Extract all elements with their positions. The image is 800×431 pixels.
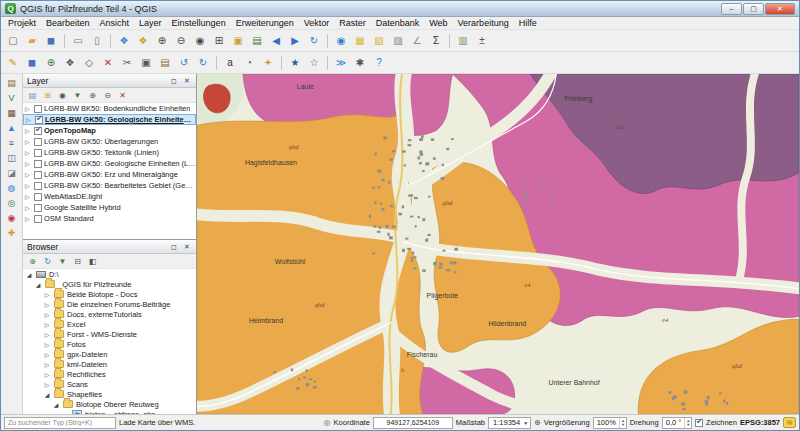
layer-item[interactable]: ▷WebAtlasDE.light: [23, 191, 196, 202]
layer-labeling-icon[interactable]: a: [221, 54, 239, 72]
messages-icon[interactable]: ✉: [783, 417, 796, 428]
select-by-expression-icon[interactable]: ▧: [370, 32, 388, 50]
expand-arrow-icon[interactable]: ◢: [43, 391, 51, 398]
filter-browser-icon[interactable]: ▼: [56, 255, 69, 268]
open-attribute-table-icon[interactable]: ▥: [454, 32, 472, 50]
expand-arrow-icon[interactable]: ▷: [43, 351, 51, 358]
new-print-layout-icon[interactable]: ▭: [69, 32, 87, 50]
minimize-button[interactable]: –: [721, 3, 742, 15]
map-canvas[interactable]: LauleFrimbergHagisfeldhausenWolfsbühlHei…: [197, 74, 799, 414]
layer-visibility-checkbox[interactable]: [35, 116, 43, 124]
zoom-last-icon[interactable]: ◀: [267, 32, 285, 50]
layer-visibility-checkbox[interactable]: [34, 127, 42, 135]
menu-bearbeiten[interactable]: Bearbeiten: [41, 18, 95, 28]
panel-close-icon[interactable]: ✕: [182, 243, 192, 251]
browser-item[interactable]: ▷Excel: [23, 319, 196, 329]
expand-arrow-icon[interactable]: ▷: [43, 381, 51, 388]
browser-item[interactable]: ◢_QGIS für Pilzfreunde: [23, 279, 196, 289]
expand-arrow-icon[interactable]: ▷: [25, 160, 32, 167]
zoom-full-icon[interactable]: ⊞: [210, 32, 228, 50]
chevron-down-icon[interactable]: ▼: [523, 420, 528, 426]
layout-manager-icon[interactable]: ▯: [88, 32, 106, 50]
move-feature-icon[interactable]: ❖: [61, 54, 79, 72]
add-postgis-layer-icon[interactable]: ◫: [4, 151, 20, 165]
zoom-in-icon[interactable]: ⊕: [153, 32, 171, 50]
expand-arrow-icon[interactable]: ▷: [43, 341, 51, 348]
layer-diagram-icon[interactable]: ◔: [240, 54, 258, 72]
layer-visibility-checkbox[interactable]: [34, 182, 42, 190]
project-save-icon[interactable]: ◼: [42, 32, 60, 50]
expand-arrow-icon[interactable]: ▷: [25, 127, 32, 134]
expand-arrow-icon[interactable]: ▷: [43, 291, 51, 298]
menu-erweiterungen[interactable]: Erweiterungen: [231, 18, 299, 28]
menu-raster[interactable]: Raster: [334, 18, 371, 28]
expand-arrow-icon[interactable]: ▷: [25, 138, 32, 145]
browser-item[interactable]: ◢Shapefiles: [23, 389, 196, 399]
statistical-summary-icon[interactable]: Σ: [427, 32, 445, 50]
paste-features-icon[interactable]: ▤: [156, 54, 174, 72]
rotation-spinbox[interactable]: 0,0 ° ▲▼: [662, 417, 692, 429]
show-bookmarks-icon[interactable]: ☆: [305, 54, 323, 72]
map-tips-icon[interactable]: ✦: [259, 54, 277, 72]
layer-visibility-checkbox[interactable]: [34, 105, 42, 113]
browser-item[interactable]: ▷Rechtliches: [23, 369, 196, 379]
delete-selected-icon[interactable]: ✕: [99, 54, 117, 72]
browser-item[interactable]: ▷Beide Biotope - Docs: [23, 289, 196, 299]
menu-projekt[interactable]: Projekt: [3, 18, 41, 28]
expand-arrow-icon[interactable]: ▷: [43, 371, 51, 378]
enable-properties-widget-icon[interactable]: ◧: [86, 255, 99, 268]
data-source-manager-icon[interactable]: ▤: [4, 76, 20, 90]
scale-combobox[interactable]: 1:19354 ▼: [488, 417, 531, 429]
add-wfs-layer-icon[interactable]: ◎: [4, 196, 20, 210]
undo-icon[interactable]: ↺: [175, 54, 193, 72]
expand-arrow-icon[interactable]: ▷: [26, 116, 33, 123]
save-layer-edits-icon[interactable]: ◼: [23, 54, 41, 72]
maximize-button[interactable]: ▢: [743, 3, 764, 15]
menu-hilfe[interactable]: Hilfe: [514, 18, 542, 28]
menu-ansicht[interactable]: Ansicht: [95, 18, 135, 28]
map-refresh-icon[interactable]: ↻: [305, 32, 323, 50]
panel-close-icon[interactable]: ✕: [182, 77, 192, 85]
panel-float-icon[interactable]: ◻: [169, 243, 179, 251]
add-vector-layer-icon[interactable]: V: [4, 91, 20, 105]
add-feature-icon[interactable]: ⊕: [42, 54, 60, 72]
panel-float-icon[interactable]: ◻: [169, 77, 179, 85]
browser-item[interactable]: ▷Forst - WMS-Dienste: [23, 329, 196, 339]
menu-einstellungen[interactable]: Einstellungen: [167, 18, 231, 28]
title-bar[interactable]: Q QGIS für Pilzfreunde Teil 4 - QGIS – ▢…: [1, 1, 799, 17]
measure-line-icon[interactable]: ∠: [408, 32, 426, 50]
locator-search-input[interactable]: [4, 417, 116, 429]
filter-legend-icon[interactable]: ▼: [71, 89, 84, 102]
coordinate-input[interactable]: [373, 417, 453, 429]
browser-item[interactable]: ▷kml-Dateien: [23, 359, 196, 369]
expand-arrow-icon[interactable]: ▷: [43, 361, 51, 368]
expand-arrow-icon[interactable]: ▷: [25, 215, 32, 222]
add-raster-layer-icon[interactable]: ▦: [4, 106, 20, 120]
layer-item[interactable]: ▷LGRB-BW GK50: Geologische Einheiten (Li…: [23, 158, 196, 169]
browser-item[interactable]: ▷Die einzelnen Forums-Beiträge: [23, 299, 196, 309]
pan-to-selection-icon[interactable]: ❖: [134, 32, 152, 50]
zoom-to-selection-icon[interactable]: ▣: [229, 32, 247, 50]
menu-web[interactable]: Web: [424, 18, 452, 28]
magnifier-spinbox[interactable]: 100% ▲▼: [593, 417, 627, 429]
identify-features-icon[interactable]: ◉: [332, 32, 350, 50]
expand-arrow-icon[interactable]: ▷: [43, 311, 51, 318]
zoom-out-icon[interactable]: ⊖: [172, 32, 190, 50]
copy-features-icon[interactable]: ▣: [137, 54, 155, 72]
layer-visibility-checkbox[interactable]: [34, 149, 42, 157]
menu-vektor[interactable]: Vektor: [299, 18, 335, 28]
pan-map-icon[interactable]: ❖: [115, 32, 133, 50]
new-shapefile-layer-icon[interactable]: ✚: [4, 226, 20, 240]
spinner-arrows-icon[interactable]: ▲▼: [619, 418, 626, 428]
zoom-native-icon[interactable]: ◉: [191, 32, 209, 50]
crs-status[interactable]: EPSG:3857: [740, 418, 780, 427]
expand-arrow-icon[interactable]: ▷: [43, 301, 51, 308]
layer-item[interactable]: ▷OSM Standard: [23, 213, 196, 224]
layer-item[interactable]: ▷Google.Satellite Hybrid: [23, 202, 196, 213]
expand-all-icon[interactable]: ⊕: [86, 89, 99, 102]
zoom-to-layer-icon[interactable]: ▤: [248, 32, 266, 50]
spinner-arrows-icon[interactable]: ▲▼: [684, 418, 691, 428]
layer-visibility-checkbox[interactable]: [34, 160, 42, 168]
project-new-icon[interactable]: ▢: [4, 32, 22, 50]
manage-map-themes-icon[interactable]: ◉: [56, 89, 69, 102]
